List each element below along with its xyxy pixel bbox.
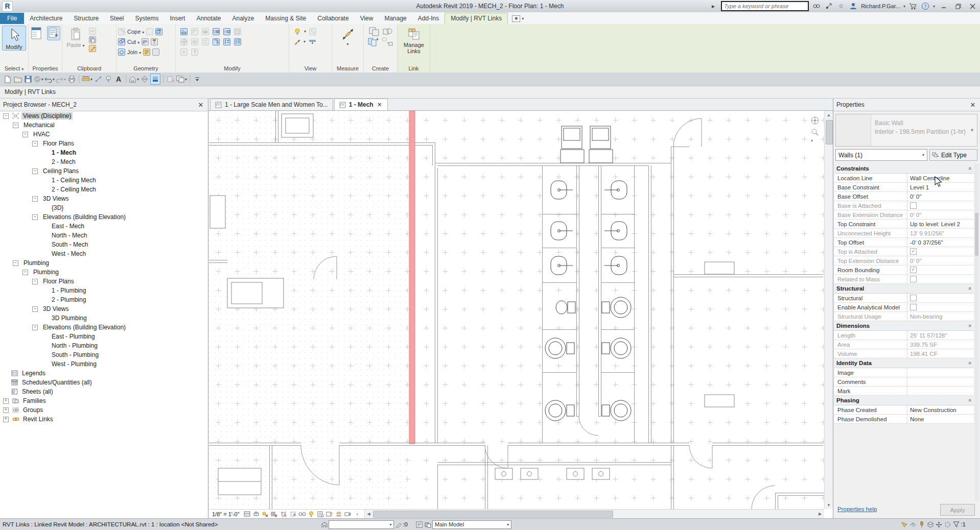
- cope-button[interactable]: Cope ▾: [127, 29, 144, 35]
- copy-to-clipboard-icon[interactable]: [89, 36, 96, 43]
- tree-item-hvac[interactable]: −HVAC: [0, 130, 208, 139]
- vertical-scroll-thumb[interactable]: [826, 120, 833, 144]
- tree-item-east-mech[interactable]: East - Mech: [0, 222, 208, 231]
- type-selector-chevron-icon[interactable]: ▼: [970, 128, 974, 133]
- tree-item-south-plumbing[interactable]: South - Plumbing: [0, 350, 208, 359]
- split-element-icon[interactable]: [213, 28, 220, 35]
- create-parts-icon[interactable]: [369, 27, 379, 36]
- favorites-star-icon[interactable]: ☆: [836, 2, 846, 11]
- property-value[interactable]: Level 1: [907, 183, 974, 191]
- type-properties-button[interactable]: [47, 26, 60, 40]
- editing-requests-icon[interactable]: [394, 520, 403, 529]
- view-scale-button[interactable]: 1/8" = 1'-0": [212, 511, 240, 517]
- tree-item-1-plumbing[interactable]: 1 - Plumbing: [0, 286, 208, 295]
- measure-qat-icon[interactable]: ▾: [82, 74, 92, 84]
- tree-item-floor-plans[interactable]: −Floor Plans: [0, 139, 208, 148]
- property-value[interactable]: 0' 0": [907, 256, 974, 265]
- property-value[interactable]: -0' 0 37/256": [907, 238, 974, 247]
- scroll-left-icon[interactable]: ◀: [365, 510, 373, 518]
- open-file-icon[interactable]: [13, 74, 22, 84]
- background-processes-icon[interactable]: [943, 520, 952, 529]
- modify-tool-button[interactable]: Modify: [2, 26, 26, 51]
- property-checkbox[interactable]: [910, 202, 917, 209]
- ribbon-tab-file[interactable]: File: [0, 13, 24, 24]
- properties-palette-button[interactable]: [31, 27, 44, 40]
- selection-filter-icon[interactable]: [952, 520, 961, 529]
- property-checkbox[interactable]: [910, 276, 917, 282]
- expand-icon[interactable]: +: [3, 398, 9, 404]
- tree-item-2-plumbing[interactable]: 2 - Plumbing: [0, 295, 208, 304]
- tree-item-groups[interactable]: +Groups: [0, 405, 208, 415]
- tree-item-north-mech[interactable]: North - Mech: [0, 231, 208, 240]
- thin-lines-icon[interactable]: [150, 74, 160, 85]
- customize-qat-icon[interactable]: [193, 74, 202, 84]
- tree-item-floor-plans[interactable]: −Floor Plans: [0, 277, 208, 286]
- ribbon-tab-systems[interactable]: Systems: [129, 13, 164, 24]
- properties-section-dimensions[interactable]: Dimensions«: [834, 321, 974, 331]
- property-value[interactable]: None: [907, 415, 974, 423]
- section-collapse-icon[interactable]: «: [967, 399, 973, 402]
- selected-wall[interactable]: [409, 111, 415, 444]
- match-type-properties-icon[interactable]: [89, 45, 96, 52]
- align-icon[interactable]: [180, 28, 188, 35]
- tree-item-west-plumbing[interactable]: West - Plumbing: [0, 359, 208, 369]
- ribbon-tab-architecture[interactable]: Architecture: [24, 13, 68, 24]
- properties-close-icon[interactable]: ✕: [969, 101, 977, 109]
- property-checkbox[interactable]: [910, 304, 917, 310]
- panel-label-select[interactable]: Select ▾: [0, 65, 28, 73]
- vertical-scrollbar[interactable]: ▲ ▼: [824, 111, 833, 509]
- section-collapse-icon[interactable]: «: [967, 362, 973, 365]
- property-value[interactable]: 198.41 CF: [907, 349, 974, 358]
- ribbon-tab-steel[interactable]: Steel: [104, 13, 129, 24]
- user-icon[interactable]: [849, 2, 858, 11]
- property-value[interactable]: 0' 0": [907, 192, 974, 201]
- tree-item-legends[interactable]: Legends: [0, 369, 208, 378]
- apply-button[interactable]: Apply: [940, 504, 975, 516]
- tree-item-3d-views[interactable]: −3D Views: [0, 194, 208, 203]
- expand-icon[interactable]: +: [3, 407, 9, 413]
- save-icon[interactable]: [24, 74, 33, 84]
- crop-view-icon[interactable]: [280, 511, 288, 518]
- minimize-button[interactable]: [938, 2, 949, 11]
- design-options-icon[interactable]: [424, 520, 432, 529]
- tree-item-families[interactable]: +Families: [0, 396, 208, 405]
- properties-scrollbar[interactable]: [974, 164, 979, 501]
- tree-item-schedules-quantities-all[interactable]: Schedules/Quantities (all): [0, 378, 208, 387]
- crop-region-icon[interactable]: [289, 511, 297, 518]
- ribbon-tab-massing-site[interactable]: Massing & Site: [260, 13, 312, 24]
- search-expand-icon[interactable]: ▸: [709, 2, 718, 11]
- property-value[interactable]: 13' 9 91/256": [907, 229, 974, 237]
- selection-filter-combo[interactable]: Walls (1)▾: [835, 149, 927, 161]
- help-icon[interactable]: ?: [921, 2, 930, 11]
- close-inactive-views-icon[interactable]: [166, 74, 175, 84]
- property-value[interactable]: 25' 11 57/128": [907, 331, 974, 340]
- property-value[interactable]: 0' 0": [907, 210, 974, 219]
- property-value[interactable]: [907, 294, 974, 302]
- property-value[interactable]: Up to level: Level 2: [907, 220, 974, 228]
- search-input[interactable]: [721, 1, 809, 11]
- property-value[interactable]: Wall Centerline: [907, 174, 974, 182]
- new-file-icon[interactable]: [3, 74, 12, 84]
- ribbon-tab-annotate[interactable]: Annotate: [191, 13, 226, 24]
- tree-item-2-ceiling-mech[interactable]: 2 - Ceiling Mech: [0, 185, 208, 194]
- cut-button[interactable]: Cut ▾: [127, 39, 139, 45]
- properties-section-phasing[interactable]: Phasing«: [834, 396, 974, 405]
- reveal-constraints-icon[interactable]: [335, 511, 343, 518]
- collapse-view-control-icon[interactable]: ‹: [354, 511, 361, 518]
- create-similar-icon[interactable]: [382, 37, 393, 46]
- tree-item-3d-plumbing[interactable]: 3D Plumbing: [0, 314, 208, 323]
- property-value[interactable]: [907, 201, 974, 210]
- horizontal-scroll-thumb[interactable]: [373, 511, 613, 518]
- section-collapse-icon[interactable]: «: [967, 167, 973, 170]
- collapse-icon[interactable]: −: [22, 270, 28, 275]
- trim-extend-single-icon[interactable]: [223, 38, 230, 45]
- type-selector[interactable]: Basic Wall Interior - 198.5mm Partition …: [835, 114, 977, 147]
- demolish-hammer-icon[interactable]: [151, 38, 158, 45]
- close-button[interactable]: [967, 2, 978, 11]
- synchronize-icon[interactable]: ▾: [34, 74, 43, 84]
- ribbon-tab-manage[interactable]: Manage: [379, 13, 412, 24]
- drag-on-selection-toggle-icon[interactable]: [935, 520, 943, 529]
- help-menu-chevron-icon[interactable]: ▾: [933, 4, 935, 9]
- collapse-icon[interactable]: −: [32, 214, 38, 220]
- detail-level-icon[interactable]: [243, 511, 251, 518]
